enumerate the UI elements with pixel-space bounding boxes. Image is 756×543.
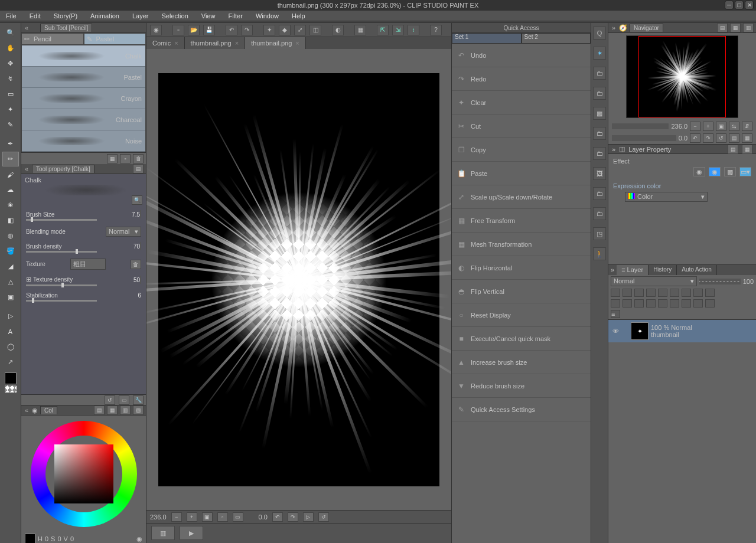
frame-tool-icon[interactable]: ▣ xyxy=(2,290,19,305)
mini-swatch[interactable] xyxy=(25,534,35,543)
gradient-tool-icon[interactable]: ◢ xyxy=(2,259,19,274)
doc-tab[interactable]: thumbnail.png× xyxy=(245,37,306,49)
pencil-tool-icon[interactable]: ✏ xyxy=(2,152,19,166)
visibility-icon[interactable]: 👁 xyxy=(611,328,620,335)
snap-icon[interactable]: ⇱ xyxy=(377,25,389,35)
close-button[interactable]: ✕ xyxy=(745,1,754,9)
ruler-layer-icon[interactable] xyxy=(682,289,691,297)
operation-tool-icon[interactable]: ↯ xyxy=(2,71,19,86)
menu-help[interactable]: Help xyxy=(292,12,305,19)
draft-icon[interactable] xyxy=(646,289,656,297)
material-pattern-icon[interactable]: ▩ xyxy=(593,107,606,120)
qa-item[interactable]: ◓Flip Vertical xyxy=(452,280,591,303)
close-tab-icon[interactable]: × xyxy=(174,40,178,47)
effect-pattern-icon[interactable]: ▩ xyxy=(724,167,736,176)
new-vector-icon[interactable] xyxy=(623,299,632,308)
material-folder-icon[interactable]: 🗀 xyxy=(593,67,606,80)
zoom-in-icon[interactable]: + xyxy=(187,512,197,522)
subtool-delete-icon[interactable]: 🗑 xyxy=(133,154,144,163)
grid-icon[interactable]: ▦ xyxy=(354,25,366,35)
brush-item-charcoal[interactable]: Charcoal xyxy=(22,109,145,130)
pressure-icon[interactable] xyxy=(140,210,141,218)
prop-settings-icon[interactable]: 🔧 xyxy=(133,395,144,405)
rotation-slider[interactable] xyxy=(612,135,676,141)
collapse-icon[interactable]: » xyxy=(612,146,615,153)
layerprop-tab[interactable]: Layer Property xyxy=(628,146,671,153)
decoration-tool-icon[interactable]: ❀ xyxy=(2,198,19,212)
correct-tool-icon[interactable]: ↗ xyxy=(2,355,19,369)
brush-item-chalk[interactable]: Chalk xyxy=(22,45,145,67)
navigator-tab[interactable]: Navigator xyxy=(630,24,663,32)
material-folder4-icon[interactable]: 🗀 xyxy=(593,147,606,160)
rot-opt2-icon[interactable]: ▦ xyxy=(742,133,752,143)
rotate-ccw-icon[interactable]: ↶ xyxy=(272,512,283,522)
doc-tab[interactable]: Comic× xyxy=(146,37,185,49)
canvas[interactable] xyxy=(158,73,439,486)
new-corr-icon[interactable] xyxy=(682,299,691,308)
color-label-icon[interactable] xyxy=(693,289,703,297)
magnify-tool-icon[interactable]: 🔍 xyxy=(2,25,19,40)
transfer-down-icon[interactable] xyxy=(658,299,667,308)
collapse-icon[interactable]: » xyxy=(611,24,617,31)
apply-mask-icon[interactable] xyxy=(693,299,703,308)
canvas-viewport[interactable] xyxy=(146,49,451,510)
fill-tool-icon[interactable]: 🪣 xyxy=(2,244,19,259)
brush-item-pastel[interactable]: Pastel xyxy=(22,67,145,88)
layer-item[interactable]: 👁 ✦ 100 % Normal thumbnail xyxy=(608,320,756,342)
clipstudio-icon[interactable]: ◉ xyxy=(150,25,162,35)
stabilization-slider[interactable] xyxy=(26,300,97,302)
transform-icon[interactable]: ⤢ xyxy=(294,25,306,35)
help-icon[interactable]: ? xyxy=(430,25,442,35)
material-folder2-icon[interactable]: 🗀 xyxy=(593,87,606,100)
timeline-camera-icon[interactable]: ▶ xyxy=(180,526,203,540)
new-frame-icon[interactable] xyxy=(646,299,656,308)
qa-item[interactable]: ▼Reduce brush size xyxy=(452,374,591,398)
qa-tab-set2[interactable]: Set 2 xyxy=(522,33,591,44)
subtool-tab[interactable]: Sub Tool [Pencil] xyxy=(40,24,92,32)
delete-layer-icon[interactable] xyxy=(705,299,715,308)
flip-v-icon[interactable]: ⇵ xyxy=(742,122,752,131)
texture-combo[interactable]: 粗目 xyxy=(70,259,106,270)
val-value[interactable]: 0 xyxy=(70,535,74,542)
new-icon[interactable]: ▫ xyxy=(172,25,184,35)
move-tool-icon[interactable]: ✥ xyxy=(2,56,19,71)
clip-icon[interactable] xyxy=(623,289,632,297)
sat-value[interactable]: 0 xyxy=(57,535,61,542)
nav-opt2-icon[interactable]: ▦ xyxy=(730,23,741,32)
nav-rot-value[interactable]: 0.0 xyxy=(679,135,687,142)
texture-density-value[interactable]: 50 xyxy=(133,277,140,283)
subtool-menu-icon[interactable]: ▦ xyxy=(107,154,118,163)
combine-icon[interactable] xyxy=(611,289,620,297)
tool-tab-pastel[interactable]: ✎Pastel xyxy=(84,33,146,45)
fill-cmd-icon[interactable]: ◆ xyxy=(279,25,291,35)
color-circle-icon[interactable]: ◉ xyxy=(136,535,142,543)
qa-item[interactable]: ⤢Scale up/Scale down/Rotate xyxy=(452,185,591,209)
qa-item[interactable]: 📋Paste xyxy=(452,162,591,185)
layer-blend-combo[interactable]: Normal▾ xyxy=(611,276,697,286)
brush-item-crayon[interactable]: Crayon xyxy=(22,88,145,109)
qa-item[interactable]: ✎Quick Access Settings xyxy=(452,398,591,421)
saturation-value-box[interactable] xyxy=(54,444,113,503)
color-opt-icon[interactable]: ▤ xyxy=(94,405,105,415)
text-tool-icon[interactable]: A xyxy=(2,324,19,339)
layer-name-label[interactable]: thumbnail xyxy=(651,331,692,338)
color-opt3-icon[interactable]: ▥ xyxy=(120,405,131,415)
autoaction-tab[interactable]: Auto Action xyxy=(677,265,717,275)
crop-icon[interactable]: ◫ xyxy=(309,25,321,35)
zoom-in-icon[interactable]: + xyxy=(703,122,713,131)
qa-item[interactable]: ▦Free Transform xyxy=(452,209,591,233)
close-tab-icon[interactable]: × xyxy=(235,40,239,47)
qa-tab-set1[interactable]: Set 1 xyxy=(452,33,522,44)
material-3d-icon[interactable]: ◳ xyxy=(593,227,606,240)
nav-opt3-icon[interactable]: ▥ xyxy=(743,23,754,32)
fit-icon[interactable]: ▣ xyxy=(202,512,213,522)
pressure-icon[interactable] xyxy=(140,242,141,250)
lp-opt-icon[interactable]: ▤ xyxy=(728,145,738,154)
rotate-cw-icon[interactable]: ↷ xyxy=(288,512,298,522)
pen-tool-icon[interactable]: ✒ xyxy=(2,136,19,151)
actual-icon[interactable]: ▫ xyxy=(217,512,228,522)
nav-opt-icon[interactable]: ▤ xyxy=(717,23,728,32)
menu-file[interactable]: File xyxy=(6,12,17,19)
qa-item[interactable]: ▲Increase brush size xyxy=(452,351,591,374)
redo-icon[interactable]: ↷ xyxy=(241,25,253,35)
